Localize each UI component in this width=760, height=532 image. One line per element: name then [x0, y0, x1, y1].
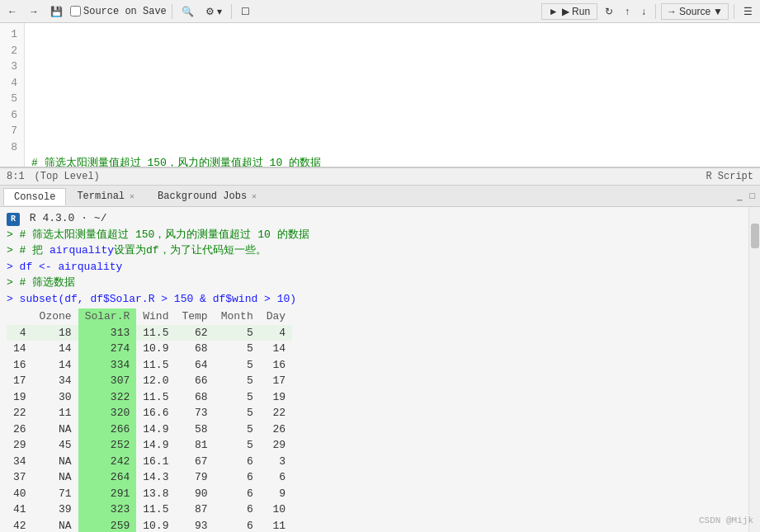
console-output[interactable]: R R 4.3.0 · ~/ > # 筛选太阳测量值超过 150，风力的测量值超…	[0, 207, 748, 532]
table-cell: 5	[215, 373, 260, 389]
code-editor: 1 2 3 4 5 6 7 8 # 筛选太阳测量值超过 150，风力的测量值超过…	[0, 23, 760, 167]
table-cell: 11.5	[136, 501, 175, 518]
menu-button[interactable]: ☰	[739, 3, 757, 20]
rerun-button[interactable]: ↻	[601, 3, 617, 20]
r-version-text: R 4.3.0 · ~/	[30, 212, 107, 224]
table-cell: 274	[78, 341, 137, 357]
table-cell: 19	[7, 389, 33, 406]
sep4	[734, 4, 734, 19]
table-row: 221132016.673522	[7, 405, 292, 421]
source-on-save-checkbox[interactable]	[70, 6, 81, 16]
tab-terminal[interactable]: Terminal ✕	[66, 187, 147, 205]
console-line-3: > df <- airquality	[7, 259, 742, 275]
console-scrollbar[interactable]	[748, 207, 760, 532]
table-cell: 29	[7, 437, 33, 454]
table-cell: 90	[175, 486, 214, 502]
terminal-close-icon[interactable]: ✕	[128, 191, 136, 201]
run-button[interactable]: ► ▶ Run	[541, 3, 597, 20]
table-cell: 10.9	[136, 341, 175, 357]
line-num: 3	[5, 59, 17, 75]
table-cell: 45	[33, 437, 78, 454]
save-button[interactable]: 💾	[46, 3, 67, 20]
table-row: 193032211.568519	[7, 389, 292, 406]
tools-button[interactable]: ⚙ ▾	[201, 3, 226, 20]
table-cell: 313	[78, 325, 137, 341]
table-cell: 64	[175, 357, 214, 374]
table-cell: 22	[260, 405, 292, 421]
tab-background-jobs[interactable]: Background Jobs ✕	[147, 187, 269, 205]
table-cell: 14.9	[136, 437, 175, 454]
cursor-position: 8:1	[7, 171, 25, 182]
table-cell: 11.5	[136, 325, 175, 341]
down-button[interactable]: ↓	[637, 3, 650, 20]
background-jobs-close-icon[interactable]: ✕	[250, 191, 258, 201]
table-cell: 42	[7, 518, 33, 533]
script-type: R Script	[706, 171, 753, 182]
maximize-icon[interactable]: □	[748, 190, 757, 203]
table-cell: 12.0	[136, 373, 175, 389]
table-cell: 6	[215, 518, 260, 533]
redo-button[interactable]: →	[25, 3, 43, 20]
up-button[interactable]: ↑	[621, 3, 634, 20]
table-cell: 11	[260, 518, 292, 533]
source-arrow-icon: →	[667, 6, 677, 17]
table-cell: 6	[215, 486, 260, 502]
line-num: 5	[5, 91, 17, 107]
search-button[interactable]: 🔍	[177, 3, 198, 20]
console-line-4: > # 筛选数据	[7, 275, 742, 291]
table-cell: 5	[215, 421, 260, 438]
table-cell: 29	[260, 437, 292, 454]
source-button[interactable]: → Source ▼	[661, 3, 729, 20]
table-cell: 291	[78, 486, 137, 502]
minimize-icon[interactable]: ⎯	[735, 190, 744, 203]
table-cell: 5	[215, 389, 260, 406]
format-button[interactable]: ☐	[237, 3, 254, 20]
table-cell: 22	[7, 405, 33, 421]
table-cell: 6	[215, 469, 260, 486]
r-logo-icon: R	[7, 213, 20, 226]
col-header-temp: Temp	[175, 308, 214, 325]
table-cell: 68	[175, 341, 214, 357]
table-cell: 39	[33, 501, 78, 518]
table-cell: 14.9	[136, 421, 175, 438]
col-header-ozone: Ozone	[33, 308, 78, 325]
code-line-2	[31, 107, 753, 124]
table-row: 26NA26614.958526	[7, 421, 292, 438]
table-cell: 9	[260, 486, 292, 502]
tab-console[interactable]: Console	[3, 188, 66, 205]
sep1	[172, 4, 172, 19]
table-cell: NA	[33, 421, 78, 438]
tab-bar-controls: ⎯ □	[735, 190, 760, 203]
table-cell: 16.1	[136, 454, 175, 470]
code-lines[interactable]: # 筛选太阳测量值超过 150，风力的测量值超过 10 的数据 # 把 airq…	[25, 23, 760, 167]
line-numbers: 1 2 3 4 5 6 7 8	[0, 23, 25, 167]
table-cell: 67	[175, 454, 214, 470]
table-cell: 62	[175, 325, 214, 341]
scroll-thumb[interactable]	[751, 224, 759, 248]
console-body: R R 4.3.0 · ~/ > # 筛选太阳测量值超过 150，风力的测量值超…	[0, 207, 760, 532]
table-cell: 66	[175, 373, 214, 389]
table-cell: 13.8	[136, 486, 175, 502]
table-row: 37NA26414.37966	[7, 469, 292, 486]
table-cell: 16	[260, 357, 292, 374]
source-on-save-label[interactable]: Source on Save	[70, 6, 167, 17]
table-cell: 14	[7, 341, 33, 357]
table-cell: 17	[260, 373, 292, 389]
line-num: 2	[5, 43, 17, 59]
table-header-row: Ozone Solar.R Wind Temp Month Day	[7, 308, 292, 325]
table-cell: 71	[33, 486, 78, 502]
watermark: CSDN @Mijk	[699, 516, 753, 525]
table-cell: 10.9	[136, 518, 175, 533]
table-cell: NA	[33, 469, 78, 486]
col-header-rownum	[7, 308, 33, 325]
code-line-1	[31, 59, 753, 75]
table-cell: 26	[7, 421, 33, 438]
data-table-body: 41831311.56254141427410.968514161433411.…	[7, 325, 292, 533]
console-line-5: > subset(df, df$Solar.R > 150 & df$wind …	[7, 291, 742, 308]
table-cell: 266	[78, 421, 137, 438]
undo-button[interactable]: ←	[3, 3, 21, 20]
table-cell: 14	[260, 341, 292, 357]
table-row: 34NA24216.16763	[7, 454, 292, 470]
console-line-1: > # 筛选太阳测量值超过 150，风力的测量值超过 10 的数据	[7, 227, 742, 243]
table-cell: 6	[215, 454, 260, 470]
